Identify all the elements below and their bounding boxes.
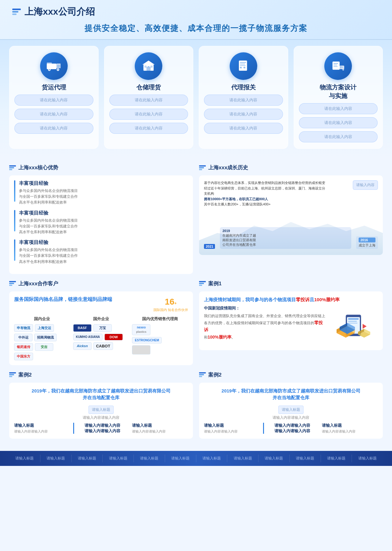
customs-input-3[interactable]: 请在此输入内容: [204, 123, 283, 134]
case2-right-main-title: 2019年，我们在越南北部海防市成立了越南联发进出口贸易有限公司并在当地配置仓库: [204, 388, 378, 401]
svg-rect-0: [47, 64, 56, 69]
footer-item-10[interactable]: 请输入标题: [290, 455, 321, 462]
footer-item-8[interactable]: 请输入标题: [227, 455, 258, 462]
partners-box: 服务国际国内驰名品牌，链接生意端到品牌端 16+ 国际国内 知名合作伙伴 国内企…: [9, 291, 193, 365]
partners-subtitle: 服务国际国内驰名品牌，链接生意端到品牌端: [14, 296, 112, 303]
timeline-text-2016: 成立于上海: [359, 243, 375, 248]
case2-left-item-1: 请输入标题 请输入内容请输入内容: [14, 423, 70, 434]
section-stripe-icon-1: [9, 165, 16, 170]
case2-left-input-btn[interactable]: 请输入标题: [89, 406, 114, 414]
logistics-icon-circle: [324, 52, 352, 80]
svg-point-6: [57, 69, 58, 70]
svg-point-31: [343, 69, 344, 70]
case1-content-title: 中国新冠疫情期间：: [204, 305, 325, 311]
case2-left-sub-1: 请输入内容请输入内容: [14, 429, 70, 434]
footer-item-5[interactable]: 请输入标题: [134, 455, 165, 462]
core-advantages-box: 丰富项目经验 参与众多国内外知名企业的物流项目 与全国一百多家车队和专线建立合作…: [9, 175, 193, 274]
footer-item-12[interactable]: 请输入标题: [352, 455, 383, 462]
growth-input-btn[interactable]: 请输入内容: [353, 180, 378, 190]
header-subtitle: 提供安全稳定、高效便捷、成本合理的一揽子物流服务方案: [12, 18, 380, 36]
logistics-design-icon: [330, 58, 346, 74]
case2-right-title: 案例2: [208, 371, 221, 378]
case2-right-input-btn[interactable]: 请输入标题: [278, 406, 303, 414]
section-stripe-icon-5: [9, 372, 16, 377]
footer-item-3[interactable]: 请输入标题: [72, 455, 103, 462]
footer-item-7[interactable]: 请输入标题: [196, 455, 228, 462]
customs-icon: [236, 58, 251, 74]
growth-history-box: 基于内容社交电商生态体系，实现从整合营销到品效到全链路整合经营的成长蜕变 经过近…: [199, 175, 383, 255]
logo-other: [132, 345, 150, 354]
svg-rect-23: [334, 63, 338, 64]
warehouse-input-3[interactable]: 请在此输入内容: [109, 123, 188, 134]
svg-rect-20: [240, 67, 241, 68]
svg-rect-25: [334, 66, 337, 67]
footer-item-9[interactable]: 请输入标题: [258, 455, 290, 462]
service-card-title-logistics: 物流方案设计与实施: [320, 83, 356, 100]
case2-right-sub-1: 请输入内容请输入内容: [204, 429, 260, 434]
freight-input-1[interactable]: 请在此输入内容: [14, 95, 93, 106]
advantage-bar-3: [14, 239, 15, 261]
svg-rect-13: [151, 66, 153, 68]
case2-left-bold-1: 请输入内请输入内容请输入内请输入内容: [73, 423, 129, 434]
svg-rect-15: [240, 62, 246, 63]
case2-left-title: 案例2: [18, 371, 32, 378]
row-case2: 案例2 2019年，我们在越南北部海防市成立了越南联发进出口贸易有限公司并在当地…: [9, 371, 383, 439]
logo-kumho: KUMHO ASIANA: [73, 334, 103, 340]
domestic-row-3: 银药速传 安吉: [14, 343, 70, 351]
case2-right-item-3: 请输入标题 请输入内容请输入内容: [322, 423, 378, 434]
growth-history-title: 上海xxx成长历史: [208, 164, 248, 171]
case2-left-input-area: 请输入标题 请输入内容请输入内容: [14, 406, 188, 420]
service-card-freight: 货运代理 请在此输入内容 请在此输入内容 请在此输入内容: [9, 46, 99, 149]
footer-item-11[interactable]: 请输入标题: [321, 455, 352, 462]
freight-input-3[interactable]: 请在此输入内容: [14, 123, 93, 134]
customs-input-2[interactable]: 请在此输入内容: [204, 109, 283, 120]
advantage-desc-2: 参与众多国内外知名企业的物流项目 与全国一百多家车队和专线建立合作 高水平仓库利…: [19, 218, 78, 235]
warehouse-input-1[interactable]: 请在此输入内容: [109, 95, 188, 106]
footer-item-1[interactable]: 请输入标题: [9, 455, 40, 462]
row-advantages-growth: 上海xxx核心优势 丰富项目经验 参与众多国内外知名企业的物流项目 与全国一百多…: [9, 164, 383, 274]
logo-cabot: CABOT: [93, 342, 113, 350]
advantage-bar-2: [14, 210, 15, 231]
case2-left-label-1: 请输入标题: [14, 423, 70, 428]
svg-rect-36: [348, 323, 357, 324]
foreign-row-2: KUMHO ASIANA DOW: [73, 334, 129, 340]
sales-col-title: 国内优秀销售代理商: [132, 316, 188, 322]
case2-left-main-title: 2019年，我们在越南北部海防市成立了越南联发进出口贸易有限公司并在当地配置仓库: [14, 388, 188, 401]
logo-anji: 安吉: [35, 343, 53, 351]
domestic-row-2: 中外运 招商局物流: [14, 334, 70, 341]
truck-icon: [46, 58, 62, 74]
case1-col: 案例1 上海疫情封城期间，我司参与的各个物流项目零投诉且100%履约率 中国新冠…: [199, 280, 383, 365]
footer-item-2[interactable]: 请输入标题: [40, 455, 72, 462]
customs-input-1[interactable]: 请在此输入内容: [204, 95, 283, 106]
foreign-row-3: Aicksn CABOT: [73, 342, 129, 350]
logistics-input-1[interactable]: 请在此输入内容: [299, 103, 378, 114]
case2-right-item-1: 请输入标题 请输入内容请输入内容: [204, 423, 260, 434]
svg-rect-12: [145, 66, 147, 68]
svg-rect-17: [240, 65, 245, 66]
footer-item-6[interactable]: 请输入标题: [165, 455, 196, 462]
logistics-input-3[interactable]: 请在此输入内容: [299, 131, 378, 142]
svg-rect-34: [348, 318, 359, 320]
logistics-input-2[interactable]: 请在此输入内容: [299, 117, 378, 128]
case2-right-header: 案例2: [199, 371, 383, 378]
case2-right-sub-3: 请输入内容请输入内容: [322, 429, 378, 434]
partners-grid: 国内企业 申有物流 上海交运 中外运 招商局物流 银药速传: [14, 316, 188, 360]
domestic-logos: 申有物流 上海交运 中外运 招商局物流 银药速传 安吉: [14, 324, 70, 360]
partners-badge: 16+ 国际国内 知名合作伙伴: [153, 296, 188, 313]
svg-rect-7: [47, 62, 52, 64]
service-cards-container: 货运代理 请在此输入内容 请在此输入内容 请在此输入内容 仓储理货 请在此输入内…: [9, 46, 383, 149]
warehouse-input-2[interactable]: 请在此输入内容: [109, 109, 188, 120]
svg-rect-27: [340, 66, 342, 68]
section-stripe-icon-6: [199, 372, 206, 377]
section-stripe-icon-3: [9, 281, 16, 286]
logo-shenyou: 申有物流: [14, 324, 33, 332]
logo-nexeo: nexeo plastics: [132, 324, 150, 335]
footer-item-4[interactable]: 请输入标题: [103, 455, 134, 462]
main-content: 上海xxx核心优势 丰富项目经验 参与众多国内外知名企业的物流项目 与全国一百多…: [0, 158, 392, 451]
case2-right-col: 案例2 2019年，我们在越南北部海防市成立了越南联发进出口贸易有限公司并在当地…: [199, 371, 383, 439]
svg-point-29: [342, 67, 343, 68]
case2-right-bottom: 请输入标题 请输入内容请输入内容 请输入内请输入内容请输入内请输入内容 请输入标…: [204, 423, 378, 434]
logo-aicksn: Aicksn: [73, 342, 92, 350]
freight-input-2[interactable]: 请在此输入内容: [14, 109, 93, 120]
foreign-col-title: 国外企业: [73, 316, 129, 322]
